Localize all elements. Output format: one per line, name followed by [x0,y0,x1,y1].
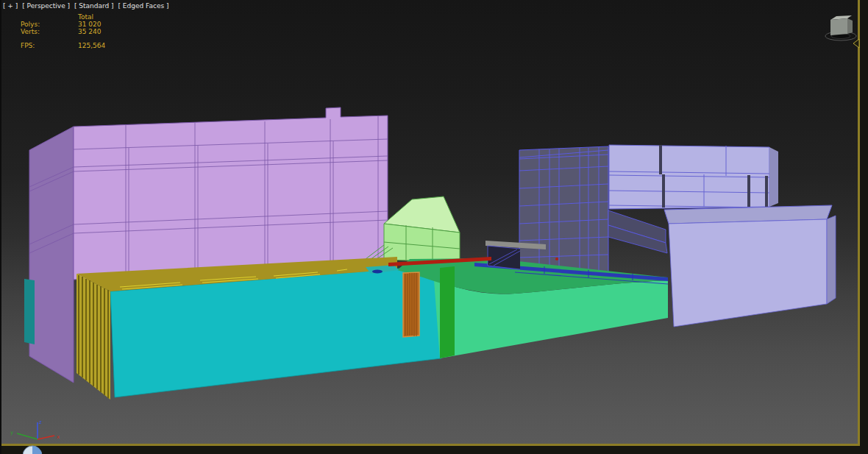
stats-polys-value: 31 020 [78,21,102,28]
stats-row-verts: Verts: 35 240 [21,28,105,35]
viewport-mode-menu[interactable]: [ Edged Faces ] [118,2,169,10]
axis-y-label: y [10,430,13,436]
viewport-pov-menu[interactable]: [ Perspective ] [22,2,70,10]
statistics-panel: Total Polys: 31 020 Verts: 35 240 FPS: 1… [21,13,105,49]
axis-x-label: x [57,434,60,440]
viewport-border-right [858,0,860,446]
world-axis-gizmo: z y x [10,419,60,440]
right-box-front-wall[interactable] [669,219,827,327]
stats-fps-label: FPS: [21,42,78,49]
stats-polys-label: Polys: [21,21,78,28]
wireframe-glass-block[interactable] [519,146,608,273]
navy-blob[interactable] [372,270,383,274]
viewport-label-bar: [ + ] [ Perspective ] [ Standard ] [ Edg… [3,2,171,10]
purple-building-front-wall[interactable] [74,107,388,280]
right-box-side-wall[interactable] [827,216,836,304]
viewport-3d-scene[interactable]: z y x [0,0,868,454]
frame-bottom-dark [0,446,868,454]
view-cube-side-face[interactable] [847,18,853,34]
viewport-border-bottom [0,444,860,446]
border-splitter-arrow-icon[interactable] [853,39,859,48]
view-cube-front-face[interactable] [830,18,847,35]
stats-verts-value: 35 240 [78,28,102,35]
max-viewport[interactable]: z y x [ + ] [ Perspective ] [ Standard ]… [0,0,868,454]
axis-y-line [17,433,38,439]
view-cube[interactable] [825,15,856,40]
teal-strip-object[interactable] [24,279,35,344]
viewport-shading-menu[interactable]: [ Standard ] [74,2,114,10]
grass-wall-front[interactable] [434,280,668,358]
viewport-general-menu[interactable]: [ + ] [3,2,18,10]
stats-verts-label: Verts: [21,28,78,35]
grass-dark-band[interactable] [440,266,455,358]
frame-left-dark [0,0,1,454]
panel-block-right-side [769,147,778,207]
purple-building-side-wall[interactable] [29,127,74,383]
stats-total-header: Total [78,13,105,21]
olive-louver-stripes [79,275,108,398]
stats-row-fps: FPS: 125,564 [21,42,105,49]
axis-z-label: z [39,419,42,425]
stats-fps-value: 125,564 [78,42,105,49]
axis-x-line [38,436,54,439]
stats-row-polys: Polys: 31 020 [21,21,105,28]
frame-right-dark [860,0,868,454]
red-dot-object[interactable] [555,258,558,260]
entry-opening[interactable] [488,246,520,269]
